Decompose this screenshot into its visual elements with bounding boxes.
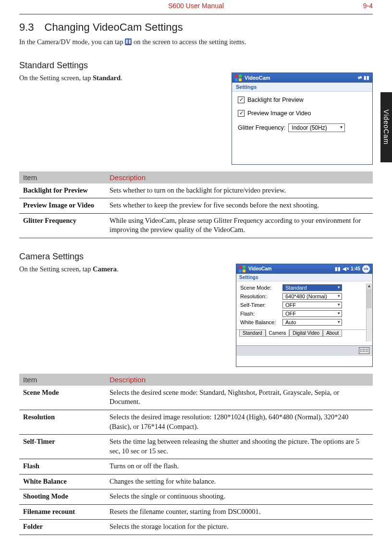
table-cell-description: While using VideoCam, please setup Glitt… [106,213,373,238]
table-row: Backlight for PreviewSets whether to tur… [19,183,373,198]
ss1-status-icons: ⇄ ▮▮ [358,75,369,80]
table-cell-description: Sets whether to turn on the backlight fo… [106,183,373,198]
table-cell-description: Selects the single or continuous shootin… [106,489,373,505]
backlight-checkbox-row[interactable]: ✓ Backlight for Preview [238,97,367,103]
table-header-description: Description [106,171,373,183]
glitter-frequency-select[interactable]: Indoor (50Hz) [288,123,345,132]
windows-logo-icon [239,266,245,272]
standard-settings-table: Item Description Backlight for PreviewSe… [19,171,373,238]
ss2-subtitle: Settings [236,274,372,281]
form-row: White Balance:Auto [240,319,368,326]
scroll-up-icon[interactable]: ▲ [367,283,372,289]
form-label: Resolution: [240,293,282,299]
standard-settings-heading: Standard Settings [19,61,373,71]
glitter-frequency-label: Glitter Frequency: [238,124,285,131]
camera-lead-text: On the Setting screen, tap Camera. [19,264,226,274]
standard-screenshot: VideoCam ⇄ ▮▮ Settings ✓ Backlight for P… [232,73,373,165]
standard-lead-after: . [121,74,122,82]
checkbox-icon[interactable]: ✓ [238,97,245,103]
camera-lead-before: On the Setting screen, tap [19,265,93,273]
table-cell-item: Folder [19,520,106,535]
standard-lead-text: On the Setting screen, tap Standard. [19,73,222,83]
standard-lead-bold: Standard [93,74,121,82]
scrollbar[interactable]: ▲ [366,283,372,341]
form-select[interactable]: OFF [282,302,342,308]
section-number: 9.3 [19,21,34,34]
table-header-description: Description [106,374,373,386]
running-header: S600 User Manual 9-4 [19,0,373,14]
table-cell-description: Sets whether to keep the preview for fiv… [106,198,373,214]
form-label: Flash: [240,311,282,317]
form-row: Resolution:640*480 (Normal) [240,293,368,300]
form-select[interactable]: OFF [282,310,342,317]
ok-button[interactable]: ok [362,265,370,273]
table-cell-item: Glitter Frequency [19,213,106,238]
camera-lead-bold: Camera [93,265,117,273]
table-header-item: Item [19,374,106,386]
form-select[interactable]: Auto [282,319,342,326]
table-cell-description: Sets the time lag between releasing the … [106,435,373,459]
checkbox-icon[interactable]: ✓ [238,110,245,117]
backlight-checkbox-label: Backlight for Preview [247,97,304,103]
tab-about[interactable]: About [323,329,342,337]
table-row: Shooting ModeSelects the single or conti… [19,489,373,505]
form-select[interactable]: 640*480 (Normal) [282,293,342,300]
header-page-number: 9-4 [363,2,373,10]
form-row: Scene Mode:Standard [240,284,368,291]
scroll-thumb[interactable] [367,289,372,308]
glitter-frequency-row: Glitter Frequency: Indoor (50Hz) [238,123,367,132]
standard-lead-before: On the Setting screen, tap [19,74,93,82]
section-title: Changing VideoCam Settings [45,21,183,33]
ss1-subtitle: Settings [232,83,372,92]
keyboard-icon[interactable] [359,347,369,354]
preview-checkbox-row[interactable]: ✓ Preview Image or Video [238,110,367,117]
header-title: S600 User Manual [168,2,224,10]
form-label: White Balance: [240,319,282,325]
table-row: Filename recountResets the filename coun… [19,504,373,520]
tab-camera[interactable]: Camera [266,329,290,337]
ss2-bottom-bar [236,345,372,356]
table-row: Preview Image or VideoSets whether to ke… [19,198,373,214]
table-row: Scene ModeSelects the desired scene mode… [19,386,373,410]
table-cell-description: Selects the desired image resolution: 12… [106,410,373,434]
sync-icon: ⇄ [358,75,362,80]
tab-standard[interactable]: Standard [239,329,266,337]
table-cell-item: Scene Mode [19,386,106,410]
table-row: Glitter FrequencyWhile using VideoCam, p… [19,213,373,238]
form-label: Self-Timer: [240,302,282,308]
camera-settings-heading: Camera Settings [19,252,373,262]
section-intro: In the Camera/DV mode, you can tap on th… [19,37,373,47]
form-label: Scene Mode: [240,285,282,291]
form-select[interactable]: Standard [282,284,342,291]
table-row: FolderSelects the storage location for t… [19,520,373,535]
form-row: Self-Timer:OFF [240,302,368,308]
table-cell-description: Selects the storage location for the pic… [106,520,373,535]
preview-checkbox-label: Preview Image or Video [247,110,311,117]
windows-logo-icon [235,74,242,81]
table-row: Self-TimerSets the time lag between rele… [19,435,373,459]
ss2-titlebar: VideoCam ▮▮ ◀× 1:45 ok [236,264,372,274]
table-cell-description: Turns on or off the flash. [106,459,373,475]
table-cell-item: Backlight for Preview [19,183,106,198]
table-row: FlashTurns on or off the flash. [19,459,373,475]
settings-tool-icon [125,38,132,45]
table-cell-item: White Balance [19,474,106,489]
section-intro-before: In the Camera/DV mode, you can tap [19,38,125,46]
table-row: White BalanceChanges the setting for whi… [19,474,373,489]
ss2-title-text: VideoCam [248,266,272,271]
ss2-status-area: ▮▮ ◀× 1:45 ok [335,265,370,273]
table-cell-item: Filename recount [19,504,106,520]
tab-digital-video[interactable]: Digital Video [289,329,323,337]
signal-icon: ▮▮ [364,75,369,80]
camera-screenshot: VideoCam ▮▮ ◀× 1:45 ok Settings Scene Mo… [236,264,373,367]
speaker-icon: ◀× 1:45 [343,266,360,271]
table-cell-item: Preview Image or Video [19,198,106,214]
table-cell-item: Shooting Mode [19,489,106,505]
table-row: ResolutionSelects the desired image reso… [19,410,373,434]
ss1-title-text: VideoCam [245,75,270,81]
camera-lead-after: . [117,265,119,273]
table-cell-description: Resets the filename counter, starting fr… [106,504,373,520]
section-heading: 9.3Changing VideoCam Settings [19,21,373,34]
side-tab-videocam: VideoCam [380,92,392,162]
signal-icon: ▮▮ [335,266,341,271]
